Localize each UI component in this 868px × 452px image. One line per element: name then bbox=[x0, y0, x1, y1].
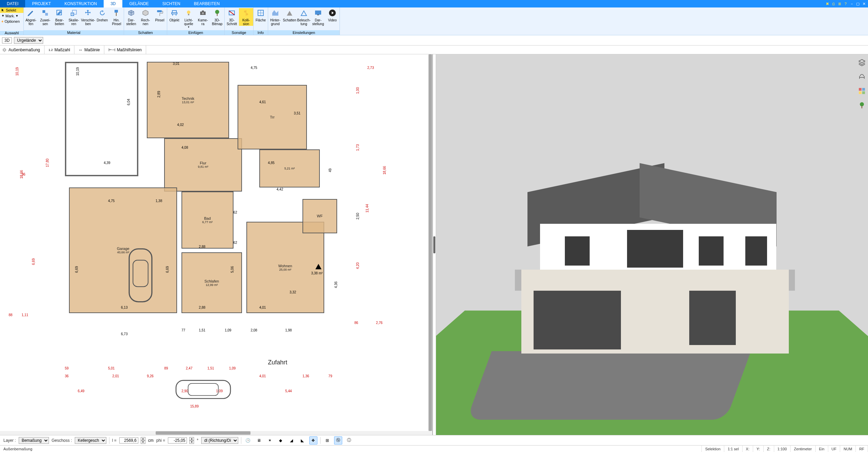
ribbon-item-beleuchtung[interactable]: Beleuch-tung bbox=[297, 8, 311, 26]
pane-splitter[interactable] bbox=[433, 54, 436, 435]
info-icon[interactable]: ⓘ bbox=[345, 436, 353, 445]
room-wf[interactable]: WF bbox=[302, 199, 337, 233]
tab-masszahl[interactable]: 1.2 Maßzahl bbox=[45, 46, 75, 54]
3d-toggle-button[interactable]: 3D bbox=[2, 37, 12, 43]
roller-icon bbox=[155, 8, 164, 18]
tab-aussenbemassung[interactable]: Außenbemaßung bbox=[0, 46, 45, 54]
phi-spin-up[interactable]: ▲ bbox=[189, 437, 194, 440]
room-technik[interactable]: Technik13,01 m² bbox=[147, 62, 229, 138]
db-icon[interactable]: ≣ bbox=[837, 1, 842, 6]
menu-tab-bearbeiten[interactable]: BEARBEITEN bbox=[187, 0, 227, 7]
layer-select[interactable]: Bemaßung bbox=[19, 437, 49, 444]
dimension-label: 17,80 bbox=[46, 159, 49, 167]
tab-masshilfslinien[interactable]: ⊢⊣ Maßhilfslinien bbox=[104, 46, 146, 54]
minimize-button[interactable]: － bbox=[849, 1, 854, 6]
monitor-icon[interactable]: 🖥 bbox=[255, 436, 263, 445]
close-button[interactable]: ✕ bbox=[861, 1, 867, 6]
plants-icon[interactable] bbox=[857, 101, 867, 110]
menu-tab-sichten[interactable]: SICHTEN bbox=[156, 0, 187, 7]
line-icon: ↔ bbox=[79, 48, 83, 52]
diamond-icon[interactable]: ◆ bbox=[277, 436, 285, 445]
options-button[interactable]: + Optionen bbox=[0, 19, 23, 24]
ribbon-item-darstellung[interactable]: Dar-stellung bbox=[311, 8, 325, 26]
room-[interactable]: 5,21 m² bbox=[259, 149, 320, 187]
workspace: Technik13,01 m²Flur9,81 m²Trr5,21 m²Bad6… bbox=[0, 54, 868, 435]
select-button[interactable]: Selekt bbox=[0, 7, 23, 13]
ribbon-item-abgreifen[interactable]: Abgrei-fen bbox=[24, 8, 38, 26]
l-spin-down[interactable]: ▼ bbox=[141, 440, 145, 444]
ribbon-item-zuweisen[interactable]: Zuwei-sen bbox=[38, 8, 52, 26]
ribbon-item-skalieren[interactable]: Skalie-ren bbox=[67, 8, 81, 26]
hatch1-icon[interactable]: ◢ bbox=[288, 436, 296, 445]
ribbon-item-bearbeiten[interactable]: Bear-beiten bbox=[52, 8, 67, 26]
layers2-icon[interactable]: ❖ bbox=[309, 436, 317, 445]
dimension-label: 1,00 bbox=[356, 87, 360, 94]
dimension-label: 10,19 bbox=[76, 67, 80, 76]
ribbon-item-flche[interactable]: Fläche bbox=[254, 8, 268, 22]
ribbon-item-objekt[interactable]: Objekt bbox=[167, 8, 181, 22]
menu-tab-datei[interactable]: DATEI bbox=[0, 0, 25, 7]
ribbon-item-hintergrund[interactable]: Hinter-grund bbox=[268, 8, 282, 26]
north-icon[interactable]: Ⓝ bbox=[334, 436, 342, 445]
menu-tab-konstruktion[interactable]: KONSTRUKTION bbox=[58, 0, 104, 7]
room-schlafen[interactable]: Schlafen12,99 m² bbox=[181, 252, 242, 313]
dimension-label: 6,13 bbox=[121, 306, 127, 309]
ribbon-item-rechnen[interactable]: Rech-nen bbox=[138, 8, 153, 26]
save-icon[interactable]: ⎙ bbox=[831, 1, 836, 6]
furniture-icon[interactable] bbox=[857, 72, 867, 82]
room-flur[interactable]: Flur9,81 m² bbox=[164, 138, 242, 192]
room-bad[interactable]: Bad6,77 m² bbox=[181, 192, 233, 249]
geschoss-select[interactable]: Kellergesch bbox=[75, 437, 106, 444]
svg-point-11 bbox=[202, 12, 204, 14]
mark-button[interactable]: ✦ Mark.▾ bbox=[0, 13, 23, 19]
clock-icon[interactable]: 🕒 bbox=[244, 436, 252, 445]
ribbon-item-schatten[interactable]: Schatten bbox=[282, 8, 297, 22]
ribbon-item-video[interactable]: Video bbox=[325, 8, 340, 22]
help-icon[interactable]: ? bbox=[843, 1, 848, 6]
menu-tab-projekt[interactable]: PROJEKT bbox=[25, 0, 57, 7]
ribbon-item-verschieben[interactable]: Verschie-ben bbox=[81, 8, 95, 26]
dimension-label: 5,01 bbox=[108, 366, 115, 370]
menu-tab-3d[interactable]: 3D bbox=[104, 0, 122, 7]
room-trr[interactable]: Trr bbox=[238, 85, 307, 150]
floorplan-pane[interactable]: Technik13,01 m²Flur9,81 m²Trr5,21 m²Bad6… bbox=[0, 54, 433, 435]
room-wohnen[interactable]: Wohnen25,00 m² bbox=[246, 222, 324, 313]
ribbon-item-drehen[interactable]: Drehen bbox=[95, 8, 109, 22]
materials-icon[interactable] bbox=[857, 86, 867, 96]
star-icon[interactable]: ✶ bbox=[266, 436, 274, 445]
status-scale: 1:100 bbox=[774, 446, 791, 452]
hatch2-icon[interactable]: ◣ bbox=[298, 436, 307, 445]
ribbon-item-label: Kolli- bbox=[242, 18, 250, 22]
tools-icon[interactable]: ✖ bbox=[824, 1, 830, 6]
ribbon-item-darstellen[interactable]: Dar-stellen bbox=[124, 8, 138, 26]
menu-tab-gelaende[interactable]: GELÄNDE bbox=[122, 0, 155, 7]
3d-view-pane[interactable] bbox=[436, 54, 868, 435]
floorplan-vscroll[interactable] bbox=[428, 54, 432, 431]
tab-masslinie[interactable]: ↔ Maßlinie bbox=[74, 46, 104, 54]
grid-icon[interactable]: ⊞ bbox=[323, 436, 331, 445]
room-garage[interactable]: Garage40,66 m² bbox=[69, 187, 177, 313]
ribbon-item-kamera[interactable]: Kame-ra bbox=[196, 8, 210, 26]
dimension-label: 2,89 bbox=[157, 91, 161, 97]
phi-spin-down[interactable]: ▼ bbox=[189, 440, 194, 444]
dimension-label: 3,01 bbox=[173, 62, 179, 66]
ribbon-item-lichtquelle[interactable]: Licht-quelle▾ bbox=[181, 8, 196, 29]
l-input[interactable] bbox=[119, 437, 138, 444]
ribbon-item-dschnitt[interactable]: 3D-Schnitt bbox=[225, 8, 239, 26]
ribbon-item-dbitmap[interactable]: 3D-Bitmap bbox=[210, 8, 224, 26]
dimension-label: 1,09 bbox=[225, 328, 231, 332]
floorplan-hscroll[interactable] bbox=[0, 431, 432, 435]
l-spin-up[interactable]: ▲ bbox=[141, 437, 145, 440]
ribbon-item-hinpinsel[interactable]: Hin.Pinsel bbox=[109, 8, 124, 26]
phi-input[interactable] bbox=[168, 437, 187, 444]
maximize-button[interactable]: ▢ bbox=[855, 1, 861, 6]
terrain-select[interactable]: Urgelände bbox=[14, 37, 43, 44]
ribbon-item-kollision[interactable]: Kolli-sion bbox=[239, 8, 253, 26]
room-area: 6,77 m² bbox=[202, 220, 213, 224]
status-rf: RF bbox=[856, 446, 868, 452]
svg-rect-29 bbox=[862, 88, 865, 91]
layers-icon[interactable] bbox=[857, 58, 867, 67]
dl-select[interactable]: dl (Richtung/Di bbox=[201, 437, 238, 444]
ribbon-item-label: grund bbox=[271, 22, 280, 26]
ribbon-item-pinsel[interactable]: Pinsel bbox=[153, 8, 167, 22]
